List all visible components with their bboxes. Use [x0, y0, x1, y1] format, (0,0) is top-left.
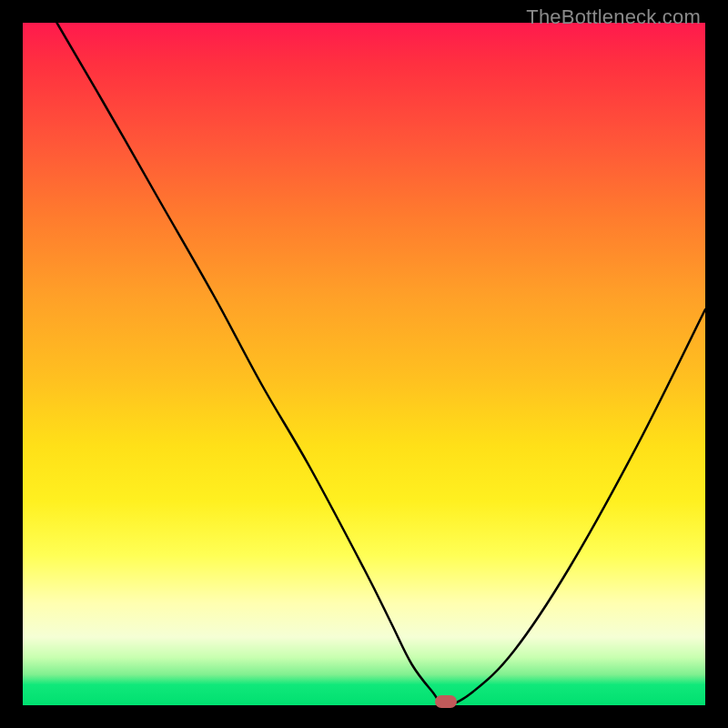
chart-container: TheBottleneck.com: [0, 0, 728, 728]
optimal-point-marker: [435, 695, 457, 708]
plot-area: [23, 23, 705, 705]
bottleneck-curve: [23, 23, 705, 705]
watermark-text: TheBottleneck.com: [526, 5, 701, 29]
